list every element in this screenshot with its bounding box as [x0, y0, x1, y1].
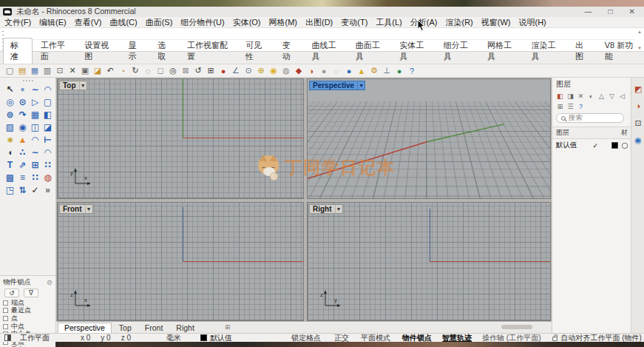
- toolbar-tab[interactable]: 工作平面: [34, 38, 76, 64]
- new-layer-icon[interactable]: ◧: [556, 92, 564, 100]
- point-icon[interactable]: ∘: [16, 83, 29, 95]
- menu-item[interactable]: 文件(F): [4, 17, 31, 28]
- constraint-icon[interactable]: ⇅: [16, 183, 29, 196]
- rotate-view-icon[interactable]: ↻: [129, 65, 141, 76]
- new-sublayer-icon[interactable]: ◨: [566, 92, 574, 100]
- four-viewports-icon[interactable]: ⊞: [205, 65, 217, 76]
- rotate-3d-icon[interactable]: ◳: [4, 183, 16, 196]
- smarttrack-toggle[interactable]: 智慧轨迹: [442, 333, 472, 343]
- minimize-button[interactable]: —: [585, 7, 592, 16]
- list-view-icon[interactable]: ☰: [566, 102, 574, 110]
- viewport-front[interactable]: Front ▼ z x: [57, 202, 304, 321]
- group-icon[interactable]: ⊞: [29, 158, 41, 171]
- move-down-icon[interactable]: ▽: [608, 92, 616, 100]
- menu-item[interactable]: 细分物件(U): [180, 17, 224, 28]
- solid-tools-icon[interactable]: ▩: [4, 171, 16, 183]
- layer-search-input[interactable]: 搜索: [556, 113, 624, 123]
- pan-icon[interactable]: ◔: [117, 65, 129, 76]
- circle-icon[interactable]: ◎: [4, 95, 16, 108]
- orient-icon[interactable]: ⊙: [243, 65, 254, 76]
- chevron-down-icon[interactable]: ▼: [357, 81, 365, 90]
- layer-row[interactable]: 默认值 ✓: [552, 139, 631, 152]
- layer-color-swatch[interactable]: [611, 142, 618, 149]
- current-layer-selector[interactable]: 默认值: [210, 333, 232, 343]
- curve-icon[interactable]: ∼: [29, 83, 41, 95]
- auto-cplane-toggle[interactable]: 自动对齐工作平面 (物件): [560, 333, 641, 343]
- traffic-light-icon[interactable]: ◍: [41, 171, 54, 183]
- cplane-selector[interactable]: 工作平面: [20, 333, 50, 343]
- open-file-icon[interactable]: ▤: [16, 65, 28, 76]
- move-up-icon[interactable]: △: [597, 92, 606, 100]
- point-cloud-icon[interactable]: ∴: [16, 146, 29, 158]
- viewport-right[interactable]: Right ▼ z y: [307, 202, 551, 321]
- zoom-extents-icon[interactable]: ⊠: [180, 65, 191, 76]
- toolbox-drag-handle[interactable]: [0, 78, 55, 81]
- export-icon[interactable]: ⊡: [54, 65, 66, 76]
- move-points-icon[interactable]: ⇗: [16, 158, 29, 171]
- chevron-down-icon[interactable]: ▼: [335, 205, 342, 213]
- rendering-tab-icon[interactable]: ◑: [631, 100, 644, 112]
- viewport-label-right[interactable]: Right ▼: [309, 204, 343, 214]
- toolbar-tab[interactable]: 选取: [151, 38, 179, 64]
- checkbox-icon[interactable]: [3, 324, 8, 329]
- lock-icon[interactable]: ◍: [280, 65, 292, 76]
- collapse-icon[interactable]: ◁: [618, 92, 626, 100]
- menu-item[interactable]: 编辑(E): [39, 17, 67, 28]
- libraries-tab-icon[interactable]: ◉: [631, 134, 644, 146]
- viewport-tab[interactable]: Front: [139, 323, 169, 333]
- toolbar-tab[interactable]: 可见性: [239, 38, 274, 64]
- help-icon[interactable]: ?: [406, 65, 418, 76]
- menu-item[interactable]: 实体(O): [233, 17, 261, 28]
- explode-icon[interactable]: ▲: [16, 133, 29, 146]
- layer-name[interactable]: 默认值: [556, 141, 586, 150]
- ortho-toggle[interactable]: 正交: [334, 333, 349, 343]
- menu-item[interactable]: 曲面(S): [146, 17, 173, 28]
- hatch-icon[interactable]: ≡: [16, 171, 29, 183]
- viewport-tab[interactable]: Perspective: [58, 323, 112, 333]
- measure-icon[interactable]: ∠: [230, 65, 242, 76]
- toolbar-tab[interactable]: 设置视图: [78, 38, 120, 64]
- ghosted-display-icon[interactable]: ◌: [331, 65, 342, 76]
- panel-help-icon[interactable]: ?: [577, 102, 585, 110]
- boolean-diff-icon[interactable]: ◖: [4, 146, 16, 158]
- copy-icon[interactable]: ▣: [79, 65, 91, 76]
- polygon-icon[interactable]: ▷: [29, 95, 41, 108]
- chevron-down-icon[interactable]: ▼: [85, 205, 92, 213]
- layers-tab-icon[interactable]: ◩: [631, 83, 644, 95]
- viewport-tab[interactable]: Right: [170, 323, 200, 333]
- match-layer-icon[interactable]: ◐: [587, 92, 595, 100]
- toolbar-tab[interactable]: 显示: [122, 38, 150, 64]
- display-tab-icon[interactable]: ⊡: [631, 117, 644, 129]
- checkbox-icon[interactable]: [3, 308, 8, 313]
- checkbox-icon[interactable]: [3, 300, 8, 306]
- raytraced-display-icon[interactable]: ●: [343, 65, 355, 76]
- menu-item[interactable]: 出图(D): [305, 17, 333, 28]
- lightbulb-icon[interactable]: ◉: [268, 65, 279, 76]
- check-icon[interactable]: ✓: [29, 183, 41, 196]
- torus-icon[interactable]: ◫: [29, 121, 41, 133]
- osnap-toggle[interactable]: 物件锁点: [402, 333, 432, 343]
- layer-material-icon[interactable]: [622, 143, 628, 149]
- toolbar-tab[interactable]: 标准: [3, 38, 33, 64]
- toolbar-tab[interactable]: 出图: [569, 38, 597, 64]
- cplane-axes-icon[interactable]: ⊥: [381, 65, 393, 76]
- viewport-top[interactable]: Top ▼ y x: [57, 78, 304, 199]
- sphere-icon[interactable]: ◉: [16, 121, 29, 133]
- toolbar-tab[interactable]: 网格工具: [481, 38, 523, 64]
- gumball-toggle[interactable]: 操作轴 (工作平面): [482, 333, 540, 343]
- grid-points-icon[interactable]: ∷: [29, 171, 41, 183]
- car-icon[interactable]: ●: [217, 65, 229, 76]
- blend-icon[interactable]: ∼: [29, 146, 41, 158]
- toolbar-tab[interactable]: 细分工具: [437, 38, 479, 64]
- paste-icon[interactable]: ◪: [92, 65, 104, 76]
- box-icon[interactable]: ▧: [4, 121, 16, 133]
- cut-icon[interactable]: ✕: [67, 65, 78, 76]
- horizontal-scrollbar[interactable]: [501, 325, 532, 329]
- arc-blend-icon[interactable]: ◠: [41, 146, 54, 158]
- viewport-perspective[interactable]: Perspective ▼ z y: [307, 78, 551, 199]
- pane-layout-icon[interactable]: ⊞: [225, 323, 231, 331]
- curve-edit-icon[interactable]: ◠: [41, 83, 54, 95]
- menu-item[interactable]: 曲线(C): [109, 17, 137, 28]
- earth-icon[interactable]: ●: [393, 65, 405, 76]
- new-file-icon[interactable]: ▢: [4, 65, 16, 76]
